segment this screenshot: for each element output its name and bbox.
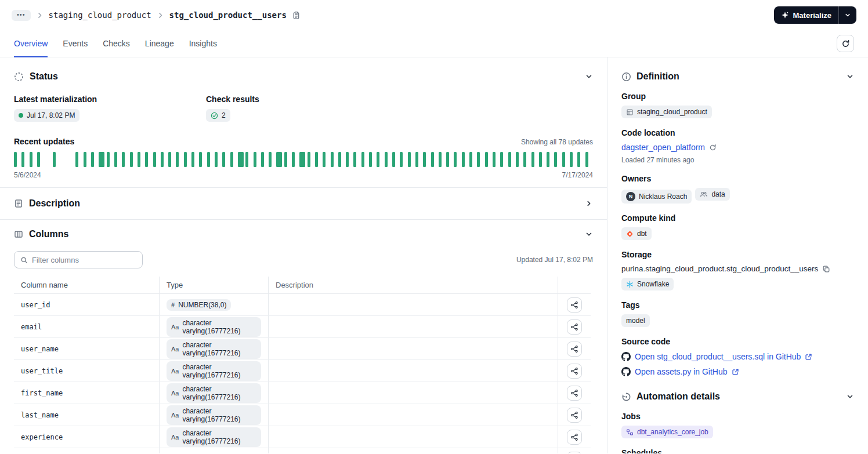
update-bar[interactable] [308, 152, 310, 167]
update-bar[interactable] [138, 152, 140, 167]
update-bar[interactable] [500, 152, 503, 167]
tab-insights[interactable]: Insights [189, 30, 217, 57]
update-bar[interactable] [400, 152, 403, 167]
source-sql-link[interactable]: Open stg_cloud_product__users.sql in Git… [635, 352, 801, 361]
update-bar[interactable] [176, 152, 179, 167]
breadcrumb-group-link[interactable]: staging_cloud_product [49, 10, 151, 20]
refresh-button[interactable] [837, 35, 854, 52]
materialize-dropdown-caret[interactable] [839, 6, 856, 24]
update-bar[interactable] [299, 152, 305, 167]
update-bar[interactable] [261, 152, 264, 167]
update-bar[interactable] [446, 152, 449, 167]
job-badge[interactable]: dbt_analytics_core_job [621, 426, 713, 438]
update-bar[interactable] [21, 152, 24, 167]
update-bar[interactable] [122, 152, 125, 167]
update-bar[interactable] [385, 152, 388, 167]
update-bar[interactable] [493, 152, 496, 167]
update-bar[interactable] [547, 152, 549, 167]
update-bar[interactable] [392, 152, 395, 167]
update-bar[interactable] [462, 152, 465, 167]
reload-location-icon[interactable] [709, 144, 717, 151]
tab-overview[interactable]: Overview [14, 30, 48, 57]
update-bar[interactable] [168, 152, 171, 167]
tag-badge[interactable]: model [621, 314, 650, 327]
check-results-badge[interactable]: 2 [206, 109, 230, 122]
update-bar[interactable] [554, 152, 557, 167]
update-bar[interactable] [238, 152, 244, 167]
update-bar[interactable] [346, 152, 349, 167]
update-bar[interactable] [377, 152, 379, 167]
update-bar[interactable] [431, 152, 434, 167]
materialize-button[interactable]: Materialize [774, 6, 838, 24]
filter-columns-input[interactable] [32, 256, 136, 264]
update-bar[interactable] [539, 152, 542, 167]
update-bar[interactable] [469, 152, 472, 167]
update-bar[interactable] [215, 152, 218, 167]
update-bar[interactable] [423, 152, 426, 167]
update-bar[interactable] [585, 152, 588, 167]
owner-user-badge[interactable]: N Nicklaus Roach [621, 190, 692, 204]
update-bar[interactable] [107, 152, 110, 167]
update-bar[interactable] [245, 152, 248, 167]
storage-kind-badge[interactable]: Snowflake [621, 278, 674, 290]
update-bar[interactable] [292, 152, 295, 167]
update-bar[interactable] [14, 152, 17, 167]
column-lineage-button[interactable] [567, 430, 582, 445]
update-bar[interactable] [331, 152, 334, 167]
update-bar[interactable] [523, 152, 526, 167]
definition-collapse-button[interactable] [846, 72, 854, 81]
description-expand-button[interactable] [585, 199, 593, 208]
column-lineage-button[interactable] [567, 452, 582, 454]
update-bar[interactable] [161, 152, 164, 167]
column-lineage-button[interactable] [567, 297, 582, 313]
update-bar[interactable] [284, 152, 287, 167]
update-bar[interactable] [315, 152, 318, 167]
columns-collapse-button[interactable] [585, 230, 593, 238]
code-location-link[interactable]: dagster_open_platform [621, 143, 705, 152]
compute-kind-badge[interactable]: dbt [621, 227, 652, 240]
update-bar[interactable] [145, 152, 148, 167]
update-bar[interactable] [562, 152, 565, 167]
update-bar[interactable] [353, 152, 356, 167]
update-bar[interactable] [276, 152, 282, 167]
column-lineage-button[interactable] [567, 408, 582, 423]
tab-lineage[interactable]: Lineage [145, 30, 174, 57]
source-assets-link[interactable]: Open assets.py in GitHub [635, 367, 728, 376]
update-bar[interactable] [477, 152, 480, 167]
update-bar[interactable] [222, 152, 225, 167]
update-bar[interactable] [361, 152, 364, 167]
external-link-icon[interactable] [805, 353, 812, 361]
update-bar[interactable] [230, 152, 233, 167]
update-bar[interactable] [30, 152, 32, 167]
update-bar[interactable] [153, 152, 156, 167]
column-lineage-button[interactable] [567, 319, 582, 335]
copy-asset-key-icon[interactable] [292, 11, 301, 20]
update-bar[interactable] [323, 152, 326, 167]
update-bar[interactable] [531, 152, 534, 167]
update-bar[interactable] [53, 152, 56, 167]
owner-team-badge[interactable]: data [695, 188, 729, 201]
latest-materialization-badge[interactable]: Jul 17, 8:02 PM [14, 109, 79, 122]
update-bar[interactable] [485, 152, 488, 167]
update-bar[interactable] [84, 152, 86, 167]
tab-events[interactable]: Events [63, 30, 88, 57]
update-bar[interactable] [37, 152, 40, 167]
update-bar[interactable] [91, 152, 94, 167]
update-bar[interactable] [577, 152, 580, 167]
status-collapse-button[interactable] [585, 72, 593, 81]
update-bar[interactable] [439, 152, 442, 167]
update-bar[interactable] [338, 152, 341, 167]
update-bar[interactable] [369, 152, 372, 167]
update-bar[interactable] [454, 152, 457, 167]
breadcrumb-ellipsis-button[interactable]: ••• [12, 10, 31, 21]
update-bar[interactable] [516, 152, 519, 167]
update-bar[interactable] [199, 152, 202, 167]
update-bar[interactable] [269, 152, 272, 167]
column-lineage-button[interactable] [567, 386, 582, 401]
update-bar[interactable] [99, 152, 104, 167]
automation-collapse-button[interactable] [846, 393, 854, 401]
update-bar[interactable] [114, 152, 117, 167]
group-badge[interactable]: staging_cloud_product [621, 106, 712, 118]
update-bar[interactable] [191, 152, 194, 167]
update-bar[interactable] [508, 152, 511, 167]
